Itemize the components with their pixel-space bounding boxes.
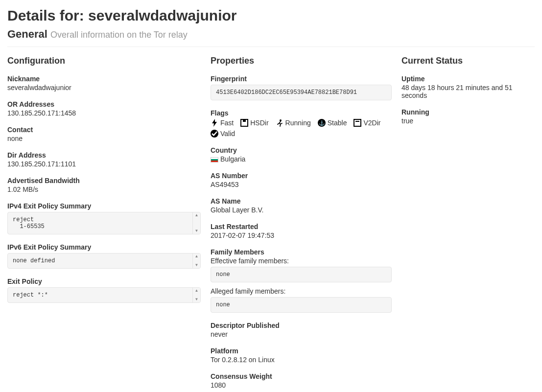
exit-policy-value[interactable]: reject *:* [7,287,201,303]
title-name: severalwdadwajunior [88,7,236,23]
fingerprint-wrap: 4513E6402D186DC2EC65E95394AE78821BE78D91 [211,85,392,100]
folder-icon [353,119,361,127]
scroll-down-icon[interactable]: ▼ [193,262,200,268]
restart-value: 2017-02-07 19:47:53 [211,231,392,239]
descriptor-label: Descriptor Published [211,322,392,329]
country-text: Bulgaria [220,155,245,163]
or-addresses-value: 130.185.250.171:1458 [7,109,201,117]
flags-list: Fast HSDir Running ⚓ Stable V2Dir [211,119,392,138]
descriptor-value: never [211,330,392,338]
ipv4-policy-label: IPv4 Exit Policy Summary [7,202,201,210]
flag-valid-label: Valid [220,130,235,138]
bulgaria-flag-icon [211,157,218,162]
status-column: Current Status Uptime 48 days 18 hours 2… [401,56,535,392]
bandwidth-value: 1.02 MB/s [7,185,201,193]
scroll-down-icon[interactable]: ▼ [193,228,200,234]
properties-column: Properties Fingerprint 4513E6402D186DC2E… [211,56,392,392]
scroll-up-icon[interactable]: ▲ [193,288,200,294]
contact-label: Contact [7,126,201,134]
running-label: Running [401,108,535,116]
properties-heading: Properties [211,56,392,66]
exit-policy-label: Exit Policy [7,277,201,285]
svg-rect-3 [354,119,361,126]
uptime-label: Uptime [401,75,535,83]
fingerprint-value[interactable]: 4513E6402D186DC2EC65E95394AE78821BE78D91 [211,85,392,100]
status-heading: Current Status [401,56,535,66]
family-effective-value[interactable]: none [211,267,392,282]
asn-label: AS Number [211,172,392,180]
weight-value: 1080 [211,381,392,389]
restart-label: Last Restarted [211,223,392,231]
scroll-buttons[interactable]: ▲ ▼ [192,254,200,268]
flag-v2dir: V2Dir [353,119,380,127]
running-icon [276,119,283,127]
anchor-icon: ⚓ [318,119,326,127]
family-label: Family Members [211,248,392,256]
svg-rect-1 [243,119,246,122]
family-wrap: Effective family members: none Alleged f… [211,257,392,313]
running-value: true [401,117,535,125]
or-addresses-label: OR Addresses [7,100,201,108]
check-icon [211,130,218,138]
bandwidth-label: Advertised Bandwidth [7,177,201,184]
weight-label: Consensus Weight [211,372,392,380]
flag-hsdir: HSDir [240,119,268,127]
flag-fast-label: Fast [220,119,234,127]
scroll-up-icon[interactable]: ▲ [193,254,200,259]
country-value: Bulgaria [211,155,392,163]
section-subtitle: Overall information on the Tor relay [50,30,188,40]
country-label: Country [211,146,392,154]
flag-fast: Fast [211,119,234,127]
platform-value: Tor 0.2.8.12 on Linux [211,356,392,364]
family-alleged-label: Alleged family members: [211,287,392,295]
asname-value: Global Layer B.V. [211,206,392,214]
platform-label: Platform [211,347,392,355]
exit-policy-wrap: reject *:* ▲ ▼ [7,287,201,303]
fingerprint-label: Fingerprint [211,75,392,83]
asn-value: AS49453 [211,181,392,188]
flags-label: Flags [211,109,392,117]
family-alleged-value[interactable]: none [211,297,392,313]
family-effective-label: Effective family members: [211,257,392,265]
uptime-value: 48 days 18 hours 21 minutes and 51 secon… [401,84,535,99]
title-prefix: Details for: [7,7,88,23]
svg-rect-4 [355,121,359,122]
ipv6-policy-wrap: none defined ▲ ▼ [7,253,201,269]
dir-address-label: Dir Address [7,151,201,159]
divider [7,46,535,47]
flag-running-label: Running [285,119,311,127]
ipv4-policy-value[interactable]: reject 1-65535 [7,212,201,234]
dir-address-value: 130.185.250.171:1101 [7,160,201,168]
flag-stable: ⚓ Stable [318,119,347,127]
scroll-buttons[interactable]: ▲ ▼ [192,212,200,234]
asname-label: AS Name [211,197,392,205]
bolt-icon [211,119,218,127]
ipv6-policy-value[interactable]: none defined [7,253,201,269]
flag-stable-label: Stable [328,119,347,127]
ipv4-policy-wrap: reject 1-65535 ▲ ▼ [7,212,201,234]
scroll-up-icon[interactable]: ▲ [193,212,200,218]
nickname-value: severalwdadwajunior [7,84,201,92]
section-heading: General Overall information on the Tor r… [7,28,535,41]
flag-valid: Valid [211,130,235,138]
flag-v2dir-label: V2Dir [363,119,380,127]
configuration-column: Configuration Nickname severalwdadwajuni… [7,56,201,392]
scroll-buttons[interactable]: ▲ ▼ [192,288,200,302]
configuration-heading: Configuration [7,56,201,66]
nickname-label: Nickname [7,75,201,83]
page-title: Details for: severalwdadwajunior [7,7,535,24]
floppy-icon [240,119,248,127]
section-name: General [7,28,47,40]
contact-value: none [7,135,201,142]
scroll-down-icon[interactable]: ▼ [193,297,200,302]
ipv6-policy-label: IPv6 Exit Policy Summary [7,243,201,251]
flag-hsdir-label: HSDir [250,119,268,127]
flag-running: Running [276,119,311,127]
